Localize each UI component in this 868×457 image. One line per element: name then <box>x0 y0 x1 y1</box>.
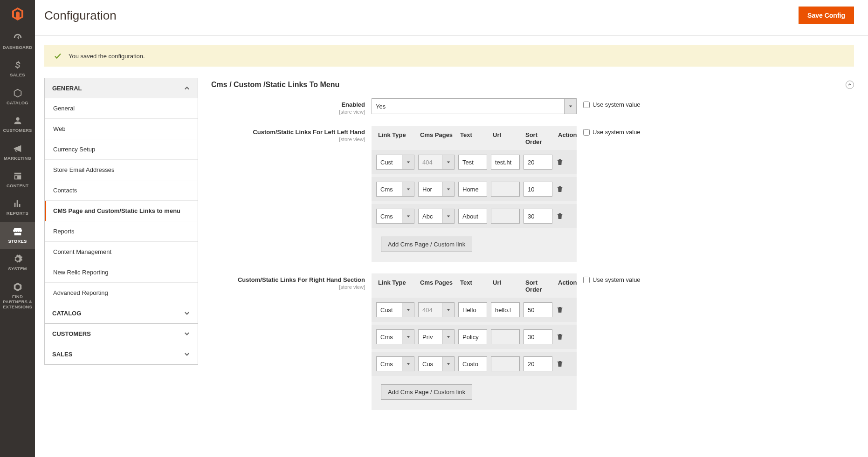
enabled-label: Enabled <box>341 101 365 108</box>
sidebar-item[interactable]: Web <box>45 119 198 139</box>
link-type-select[interactable] <box>376 329 414 344</box>
svg-marker-8 <box>447 309 449 311</box>
chevron-down-icon <box>442 155 454 169</box>
nav-item-stores[interactable]: STORES <box>0 222 35 249</box>
chevron-down-icon[interactable] <box>564 99 576 114</box>
delete-row-button[interactable] <box>556 158 564 166</box>
chevron-down-icon[interactable] <box>442 209 454 223</box>
chevron-icon <box>184 351 190 358</box>
accordion-sales[interactable]: SALES <box>45 344 198 364</box>
config-sidebar: GENERALGeneralWebCurrency SetupStore Ema… <box>44 78 198 364</box>
accordion-catalog[interactable]: CATALOG <box>45 303 198 323</box>
sidebar-item[interactable]: Advanced Reporting <box>45 283 198 303</box>
link-type-select[interactable] <box>376 209 414 224</box>
url-input[interactable] <box>491 302 520 317</box>
text-input[interactable] <box>458 302 487 317</box>
magento-logo[interactable] <box>0 0 35 28</box>
link-type-select[interactable] <box>376 302 414 317</box>
cms-page-select[interactable] <box>418 182 455 197</box>
link-type-select[interactable] <box>376 356 414 371</box>
chevron-down-icon[interactable] <box>402 182 414 196</box>
right-system-value[interactable]: Use system value <box>583 273 658 283</box>
enabled-value[interactable] <box>372 99 564 114</box>
left-scope: [store view] <box>211 136 365 142</box>
left-system-checkbox[interactable] <box>583 129 590 136</box>
svg-marker-5 <box>406 215 409 217</box>
sort-input[interactable] <box>524 356 552 371</box>
nav-item-reports[interactable]: REPORTS <box>0 194 35 221</box>
nav-item-dollar[interactable]: SALES <box>0 55 35 83</box>
left-system-value[interactable]: Use system value <box>583 126 658 136</box>
sidebar-item[interactable]: CMS Page and Custom/Static Links to menu <box>45 201 198 221</box>
sort-input[interactable] <box>524 209 552 224</box>
chevron-down-icon[interactable] <box>442 182 454 196</box>
sort-input[interactable] <box>524 182 552 197</box>
chevron-down-icon[interactable] <box>402 357 414 371</box>
chevron-down-icon[interactable] <box>442 330 454 344</box>
accordion-general[interactable]: GENERAL <box>45 78 198 98</box>
field-right-links: Custom/Static Links For Right Hand Secti… <box>211 273 854 410</box>
accordion-customers[interactable]: CUSTOMERS <box>45 324 198 344</box>
left-links-table: Link TypeCms PagesTextUrlSort OrderActio… <box>372 126 577 262</box>
text-input[interactable] <box>458 182 487 197</box>
chevron-down-icon[interactable] <box>402 155 414 169</box>
sidebar-item[interactable]: Reports <box>45 221 198 242</box>
chevron-down-icon[interactable] <box>402 303 414 317</box>
delete-row-button[interactable] <box>556 185 564 193</box>
svg-marker-11 <box>406 363 409 365</box>
chevron-down-icon[interactable] <box>402 330 414 344</box>
field-enabled: Enabled [store view] Use system value <box>211 98 854 115</box>
nav-item-partners[interactable]: FIND PARTNERS & EXTENSIONS <box>0 277 35 315</box>
sort-input[interactable] <box>524 329 552 344</box>
link-type-select[interactable] <box>376 182 414 197</box>
success-text: You saved the configuration. <box>69 53 145 60</box>
sidebar-item[interactable]: Currency Setup <box>45 139 198 160</box>
left-label: Custom/Static Links For Left Left Hand <box>253 129 365 136</box>
delete-row-button[interactable] <box>556 306 564 314</box>
text-input[interactable] <box>458 329 487 344</box>
sidebar-item[interactable]: Contacts <box>45 180 198 201</box>
sidebar-item[interactable]: General <box>45 98 198 119</box>
enabled-system-value[interactable]: Use system value <box>583 98 658 108</box>
cms-page-select[interactable] <box>418 329 455 344</box>
nav-item-dashboard[interactable]: DASHBOARD <box>0 28 35 55</box>
svg-marker-12 <box>447 363 449 365</box>
delete-row-button[interactable] <box>556 360 564 368</box>
success-message: You saved the configuration. <box>44 45 854 67</box>
sidebar-item[interactable]: Content Management <box>45 242 198 262</box>
nav-item-content[interactable]: CONTENT <box>0 166 35 194</box>
text-input[interactable] <box>458 356 487 371</box>
text-input[interactable] <box>458 209 487 224</box>
cms-page-select[interactable] <box>418 209 455 224</box>
sort-input[interactable] <box>524 155 552 170</box>
save-config-button[interactable]: Save Config <box>799 7 854 24</box>
enabled-select[interactable] <box>372 98 577 114</box>
nav-item-marketing[interactable]: MARKETING <box>0 139 35 166</box>
delete-row-button[interactable] <box>556 333 564 341</box>
link-type-select[interactable] <box>376 155 414 170</box>
nav-item-catalog[interactable]: CATALOG <box>0 83 35 111</box>
cms-page-select[interactable] <box>418 356 455 371</box>
chevron-down-icon[interactable] <box>442 357 454 371</box>
svg-marker-0 <box>569 105 572 107</box>
collapse-section-icon[interactable] <box>846 81 854 89</box>
reports-icon <box>13 198 23 209</box>
url-input[interactable] <box>491 155 520 170</box>
chevron-down-icon[interactable] <box>402 209 414 223</box>
delete-row-button[interactable] <box>556 212 564 220</box>
sidebar-item[interactable]: Store Email Addresses <box>45 160 198 180</box>
right-row <box>372 325 577 349</box>
svg-marker-10 <box>447 336 449 338</box>
nav-item-customers[interactable]: CUSTOMERS <box>0 111 35 138</box>
sidebar-item[interactable]: New Relic Reporting <box>45 262 198 283</box>
sort-input[interactable] <box>524 302 552 317</box>
system-icon <box>13 254 23 264</box>
chevron-icon <box>184 310 190 317</box>
left-add-button[interactable]: Add Cms Page / Custom link <box>381 237 472 252</box>
nav-item-system[interactable]: SYSTEM <box>0 249 35 277</box>
text-input[interactable] <box>458 155 487 170</box>
right-system-checkbox[interactable] <box>583 277 590 283</box>
enabled-system-checkbox[interactable] <box>583 102 590 108</box>
right-add-button[interactable]: Add Cms Page / Custom link <box>381 384 472 400</box>
right-links-table: Link TypeCms PagesTextUrlSort OrderActio… <box>372 273 577 410</box>
